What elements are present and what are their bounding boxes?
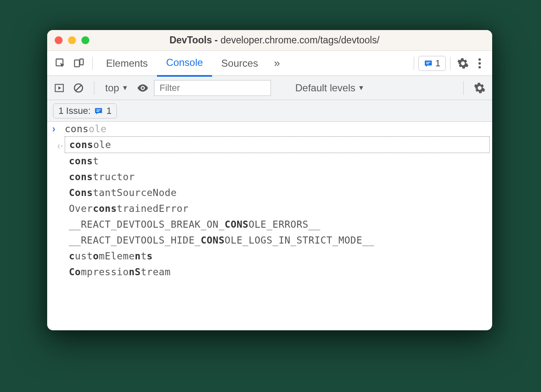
message-icon <box>424 59 433 68</box>
console-filterbar: top ▼ Default levels ▼ <box>47 76 492 100</box>
svg-rect-3 <box>426 62 430 63</box>
autocomplete-item[interactable]: __REACT_DEVTOOLS_BREAK_ON_CONSOLE_ERRORS… <box>65 216 490 232</box>
output-icon: ‹· <box>57 141 70 152</box>
context-selector[interactable]: top ▼ <box>102 82 131 94</box>
svg-point-6 <box>478 62 481 65</box>
tab-sources[interactable]: Sources <box>212 51 267 76</box>
divider <box>414 57 414 70</box>
autocomplete-popup: consoleconstconstructorConstantSourceNod… <box>65 136 490 280</box>
autocomplete-item[interactable]: OverconstrainedError <box>65 201 490 216</box>
divider <box>450 57 450 70</box>
console-input-line[interactable]: › console <box>47 122 492 136</box>
devtools-window: DevTools - developer.chrome.com/tags/dev… <box>47 30 492 330</box>
tabs-overflow-button[interactable]: » <box>267 57 286 70</box>
autocomplete-item[interactable]: __REACT_DEVTOOLS_HIDE_CONSOLE_LOGS_IN_ST… <box>65 232 490 248</box>
live-expression-icon[interactable] <box>135 80 151 96</box>
chevron-down-icon: ▼ <box>121 84 128 92</box>
divider <box>94 81 94 95</box>
svg-rect-2 <box>80 59 83 65</box>
settings-icon[interactable] <box>455 58 471 69</box>
device-toolbar-icon[interactable] <box>70 54 88 73</box>
message-icon <box>94 106 103 116</box>
svg-rect-12 <box>96 111 99 112</box>
filter-input[interactable] <box>154 80 271 96</box>
autocomplete-item[interactable]: console <box>65 136 490 153</box>
issues-badge[interactable]: 1 <box>418 56 446 71</box>
issues-count: 1 <box>435 58 440 69</box>
autocomplete-item[interactable]: CompressionStream <box>65 264 490 280</box>
svg-point-5 <box>478 58 481 60</box>
console-settings-icon[interactable] <box>471 82 488 94</box>
issues-bar: 1 Issue: 1 <box>47 100 492 122</box>
more-menu-icon[interactable] <box>471 58 488 69</box>
prompt-icon: › <box>52 123 65 135</box>
tab-elements[interactable]: Elements <box>97 51 157 76</box>
devtools-tabbar: Elements Console Sources » 1 <box>47 51 492 76</box>
clear-console-icon[interactable] <box>71 80 86 96</box>
window-title: DevTools - developer.chrome.com/tags/dev… <box>64 35 485 46</box>
autocomplete-item[interactable]: customElements <box>65 248 490 264</box>
console-input-text: console <box>65 123 106 134</box>
titlebar: DevTools - developer.chrome.com/tags/dev… <box>47 30 492 51</box>
svg-rect-11 <box>96 109 101 110</box>
issues-pill[interactable]: 1 Issue: 1 <box>53 103 117 118</box>
log-levels-selector[interactable]: Default levels ▼ <box>290 82 369 94</box>
chevron-down-icon: ▼ <box>358 84 364 92</box>
svg-rect-4 <box>426 63 429 64</box>
divider <box>92 57 93 70</box>
autocomplete-item[interactable]: ConstantSourceNode <box>65 185 490 201</box>
close-window-button[interactable] <box>55 36 63 44</box>
console-body: › console ‹· consoleconstconstructorCons… <box>47 122 492 280</box>
svg-line-10 <box>76 85 81 90</box>
tab-console[interactable]: Console <box>157 50 212 77</box>
inspect-element-icon[interactable] <box>51 54 70 73</box>
svg-rect-1 <box>75 60 80 66</box>
svg-point-7 <box>478 66 481 68</box>
divider <box>463 81 464 95</box>
autocomplete-item[interactable]: const <box>65 153 490 169</box>
console-output-line: ‹· <box>52 139 75 153</box>
autocomplete-item[interactable]: constructor <box>65 169 490 185</box>
toggle-sidebar-icon[interactable] <box>51 80 67 96</box>
